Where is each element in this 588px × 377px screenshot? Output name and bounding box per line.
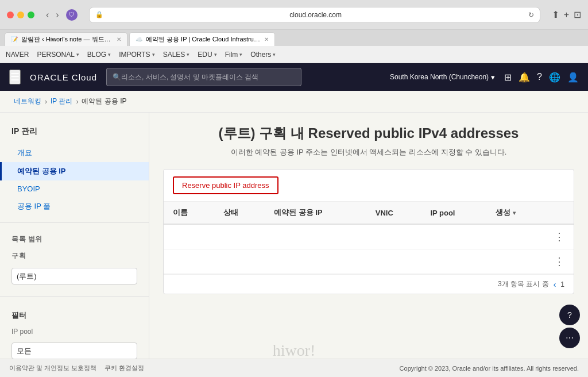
th-created-label: 생성 [496, 207, 510, 218]
bookmark-imports[interactable]: IMPORTS ▾ [119, 51, 154, 59]
table-row: ⋮ [164, 224, 574, 249]
minimize-window-button[interactable] [17, 11, 24, 18]
table-summary: 3개 항목 표시 중 [498, 279, 549, 289]
compartment-select[interactable]: (루트) [11, 268, 137, 284]
th-ip-pool-sort[interactable]: IP pool [430, 209, 477, 217]
bookmark-sales-label: SALES [163, 51, 185, 59]
chevron-down-icon: ▾ [152, 52, 155, 57]
bookmark-blog[interactable]: BLOG ▾ [87, 51, 111, 59]
td-state-1 [214, 224, 265, 249]
tabs-bar: 📝 알림판 ‹ Hiworl's note — 워드프레스 ✕ ☁️ 예약된 공… [0, 30, 588, 46]
compartment-select-container: (루트) [0, 263, 149, 289]
th-name-sort[interactable]: 이름 [173, 207, 205, 218]
globe-icon-button[interactable]: 🌐 [549, 72, 560, 83]
sort-icon: ▾ [513, 210, 516, 216]
td-actions-1: ⋮ [545, 224, 574, 249]
tab-close-oracle[interactable]: ✕ [264, 36, 269, 43]
address-bar-area: 🔒 cloud.oracle.com ↻ [89, 7, 540, 23]
ip-pool-select[interactable]: 모든 [11, 343, 137, 359]
help-icon-button[interactable]: ? [537, 72, 542, 82]
tab-wordpress[interactable]: 📝 알림판 ‹ Hiworl's note — 워드프레스 ✕ [5, 32, 127, 46]
bookmark-film[interactable]: Film ▾ [225, 51, 243, 59]
reserve-public-ip-button[interactable]: Reserve public IP address [173, 176, 278, 194]
page-subtitle: 이러한 예약된 공용 IP 주소는 인터넷에서 액세스되는 리소스에 지정할 수… [163, 147, 574, 157]
tab-favicon-oracle: ☁️ [136, 36, 142, 43]
footer-terms-link[interactable]: 이용약관 및 개인정보 보호정책 [9, 364, 96, 372]
sidebar-toggle-button[interactable]: ⊡ [574, 9, 581, 20]
new-tab-button[interactable]: + [564, 10, 569, 20]
chevron-down-icon: ▾ [76, 52, 79, 57]
tab-favicon-wordpress: 📝 [11, 36, 18, 43]
th-actions [545, 202, 574, 224]
td-name-1 [164, 224, 214, 249]
refresh-icon[interactable]: ↻ [528, 11, 534, 19]
floating-help-button[interactable]: ? [559, 305, 580, 325]
bookmark-edu-label: EDU [198, 51, 212, 59]
oracle-topnav: ☰ ORACLE Cloud 🔍 리소스, 서비스, 설명서 및 마켓플레이스 … [0, 63, 588, 91]
browser-actions: ⬆ + ⊡ [552, 9, 581, 20]
cloud-icon-button[interactable]: ⊞ [504, 72, 512, 83]
maximize-window-button[interactable] [28, 11, 34, 18]
sidebar-group-label: 구획 [0, 247, 149, 263]
forward-button[interactable]: › [53, 9, 61, 21]
floating-grid-button[interactable]: ⋯ [559, 328, 580, 348]
sidebar-divider-2 [0, 296, 149, 297]
bookmark-naver-label: NAVER [6, 51, 29, 59]
address-bar[interactable]: 🔒 cloud.oracle.com ↻ [89, 7, 540, 23]
oracle-search-bar[interactable]: 🔍 리소스, 서비스, 설명서 및 마켓플레이스 검색 [106, 68, 301, 86]
th-created: 생성 ▾ [486, 202, 545, 224]
breadcrumb-ip-management[interactable]: IP 관리 [51, 97, 72, 106]
td-pool-2 [421, 249, 486, 274]
td-name-2 [164, 249, 214, 274]
th-name: 이름 [164, 202, 214, 224]
bookmark-imports-label: IMPORTS [119, 51, 150, 59]
th-reserved-ip: 예약된 공용 IP [265, 202, 366, 224]
td-created-1 [486, 224, 545, 249]
sidebar-item-public-ip-pool[interactable]: 공용 IP 풀 [0, 197, 149, 216]
floating-help: ? ⋯ [559, 305, 580, 348]
td-pool-1 [421, 224, 486, 249]
back-button[interactable]: ‹ [44, 9, 51, 21]
row-actions-menu-button-2[interactable]: ⋮ [554, 256, 564, 267]
close-window-button[interactable] [7, 11, 14, 18]
hamburger-menu-button[interactable]: ☰ [9, 70, 21, 84]
bookmark-naver[interactable]: NAVER [6, 51, 29, 59]
bookmark-sales[interactable]: SALES ▾ [163, 51, 190, 59]
table-container: Reserve public IP address 이름 [163, 169, 574, 294]
th-name-label: 이름 [173, 207, 188, 218]
tab-label-wordpress: 알림판 ‹ Hiworl's note — 워드프레스 [21, 35, 113, 44]
breadcrumb: 네트워킹 › IP 관리 › 예약된 공용 IP [0, 91, 588, 113]
browser-nav: ‹ › [44, 9, 61, 21]
sidebar-item-overview[interactable]: 개요 [0, 144, 149, 162]
breadcrumb-separator-2: › [76, 98, 78, 106]
bookmark-edu[interactable]: EDU ▾ [198, 51, 216, 59]
tab-close-wordpress[interactable]: ✕ [117, 36, 121, 43]
breadcrumb-networking[interactable]: 네트워킹 [14, 97, 41, 106]
row-actions-menu-button-1[interactable]: ⋮ [554, 231, 564, 243]
content-area: (루트) 구획 내 Reserved public IPv4 addresses… [149, 113, 588, 376]
bell-icon-button[interactable]: 🔔 [519, 72, 530, 83]
th-ip-pool-label: IP pool [430, 209, 455, 217]
th-state-sort[interactable]: 상태 [223, 207, 256, 218]
bookmark-others[interactable]: Others ▾ [250, 51, 276, 59]
td-vnic-2 [366, 249, 421, 274]
url-text: cloud.oracle.com [107, 11, 525, 19]
sidebar-item-byoip[interactable]: BYOIP [0, 180, 149, 197]
sidebar-scope-title: 목록 범위 [0, 230, 149, 247]
page-footer: 이용약관 및 개인정보 보호정책 쿠키 환경설정 Copyright © 202… [0, 359, 588, 377]
footer-cookie-link[interactable]: 쿠키 환경설정 [105, 364, 144, 372]
bookmark-personal[interactable]: PERSONAL ▾ [37, 51, 79, 59]
prev-page-button[interactable]: ‹ [554, 280, 556, 289]
sidebar-item-reserved-public-ip[interactable]: 예약된 공용 IP [0, 162, 149, 180]
tab-oracle[interactable]: ☁️ 예약된 공용 IP | Oracle Cloud Infrastructu… [129, 32, 275, 46]
th-reserved-ip-sort[interactable]: 예약된 공용 IP [274, 207, 357, 218]
breadcrumb-separator-1: › [45, 98, 47, 106]
user-icon-button[interactable]: 👤 [567, 72, 579, 83]
th-created-sort[interactable]: 생성 ▾ [496, 207, 536, 218]
chevron-down-icon: ▾ [239, 52, 242, 57]
region-selector[interactable]: South Korea North (Chuncheon) ▾ [390, 73, 495, 82]
th-vnic-sort[interactable]: VNIC [376, 209, 412, 217]
share-button[interactable]: ⬆ [552, 9, 559, 20]
td-state-2 [214, 249, 265, 274]
td-created-2 [486, 249, 545, 274]
